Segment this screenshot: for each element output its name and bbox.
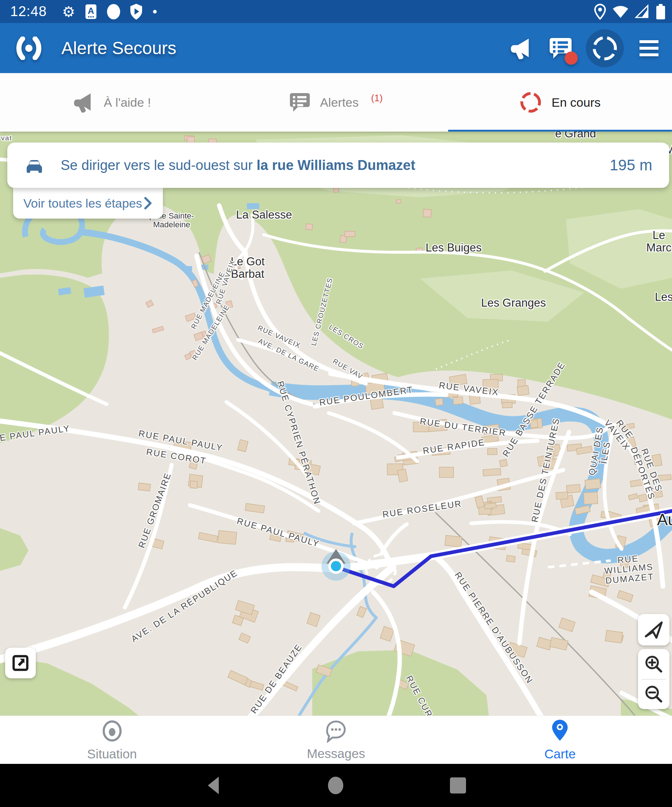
map-label: e Grand	[555, 131, 596, 140]
map-label: RUE POULOMBERT	[318, 385, 414, 407]
megaphone-button[interactable]	[507, 34, 535, 63]
map-label: RUE PAUL PAULY	[236, 516, 321, 549]
clock: 12:48	[10, 4, 47, 19]
map-label: RUE PAUL PAULY	[138, 429, 223, 453]
tab-label: À l'aide !	[104, 95, 151, 110]
battery-status-icon	[655, 3, 666, 20]
bottom-navigation: Situation Messages Carte	[0, 716, 672, 764]
active-tab-indicator	[448, 130, 672, 131]
keyboard-layout-icon: A	[85, 4, 97, 20]
map-label: RUE CUR	[404, 674, 435, 716]
nav-item-messages[interactable]: Messages	[224, 716, 448, 764]
map-label: RUE ROSELEUR	[382, 499, 463, 520]
megaphone-icon	[73, 92, 94, 113]
svg-text:A: A	[88, 6, 94, 16]
map-label-layer: e GrandMvatpelle Sainte- MadeleineLa Sal…	[0, 131, 672, 716]
situation-target-icon	[101, 719, 123, 743]
map-label: RUE VAVEIX	[438, 380, 499, 397]
car-icon	[24, 157, 45, 174]
tab-bar: À l'aide ! Alertes (1) En cours	[0, 73, 672, 131]
zoom-out-icon	[644, 684, 664, 704]
map-label: RUE DES TEINTURES	[530, 417, 561, 523]
navigation-instruction-card[interactable]: Se diriger vers le sud-ouest sur la rue …	[7, 143, 669, 188]
map-label: AVE. DE LA RÉPUBLIQUE	[130, 568, 240, 644]
map-label: RUE BASSE TERRADE	[501, 360, 567, 458]
alert-list-icon	[289, 92, 310, 113]
map-label: RUE RAPIDE	[422, 437, 486, 456]
map-label: Les	[655, 291, 672, 303]
map-label: Le Marc	[646, 229, 672, 254]
app-title: Alerte Secours	[61, 38, 176, 58]
navigation-arrow-icon	[643, 619, 664, 640]
open-external-icon	[10, 653, 31, 673]
cell-signal-icon	[635, 4, 649, 19]
app-screen: 12:48 ⚙ A	[0, 0, 672, 807]
map-label: RUE CYPRIEN PÉRATHON	[275, 380, 322, 506]
chevron-right-icon	[143, 197, 153, 210]
android-home-button[interactable]	[326, 775, 345, 796]
unread-badge	[564, 51, 578, 65]
map-pin-icon	[549, 719, 571, 743]
map-label: RUE COROT	[146, 447, 207, 466]
tab-label: Alertes	[320, 95, 359, 110]
map-label: RUE VAVEIX	[598, 407, 644, 459]
tab-alertes[interactable]: Alertes (1)	[224, 73, 448, 131]
map-label: LES CROS	[328, 324, 365, 351]
map-label: QUAI DES ÎLES	[585, 415, 616, 488]
map-label: RUE DES DÉPORTÉS	[629, 443, 665, 501]
nav-item-carte[interactable]: Carte	[448, 716, 672, 764]
notification-dot-icon	[153, 10, 157, 14]
instruction-text: Se diriger vers le sud-ouest sur la rue …	[61, 158, 609, 173]
status-bar: 12:48 ⚙ A	[0, 0, 672, 23]
map-label: Au	[657, 511, 672, 528]
map-label: RUE VAVEIX	[215, 259, 237, 305]
map-label: RUE DE BEAUZE	[249, 642, 304, 715]
tab-a-laide[interactable]: À l'aide !	[0, 73, 224, 131]
alert-in-progress-button[interactable]	[586, 29, 624, 67]
messages-bubble-icon	[324, 719, 348, 743]
zoom-out-button[interactable]	[638, 679, 669, 709]
tab-label: En cours	[551, 95, 601, 110]
map-label: RUE PAUL PAULY	[0, 423, 71, 445]
settings-notification-icon: ⚙	[62, 4, 75, 19]
shield-play-icon	[129, 3, 143, 20]
all-steps-link[interactable]: Voir toutes les étapes	[13, 188, 163, 219]
map-label: Les Granges	[481, 297, 546, 309]
locate-me-button[interactable]	[638, 614, 669, 646]
android-navigation-bar	[0, 764, 672, 807]
map-label: RUE WILLIAMS DUMAZET	[603, 553, 654, 586]
nav-item-situation[interactable]: Situation	[0, 716, 224, 764]
map-label: La Salesse	[236, 209, 292, 221]
map-label: LES CROUZETTES	[310, 277, 334, 347]
menu-button[interactable]	[635, 34, 663, 63]
progress-ring-icon	[519, 91, 542, 114]
map-label: RUE VAVEIX	[257, 324, 302, 350]
tab-en-cours[interactable]: En cours	[448, 73, 672, 131]
alert-count-badge: (1)	[371, 93, 383, 104]
map-label: AVE. DE LA GARE	[257, 337, 320, 374]
map-label: vat	[1, 134, 12, 142]
map-canvas[interactable]: e GrandMvatpelle Sainte- MadeleineLa Sal…	[0, 131, 672, 716]
distance-remaining: 195 m	[609, 156, 652, 174]
android-back-button[interactable]	[205, 775, 222, 796]
messages-button[interactable]	[546, 34, 575, 63]
map-label: RUE GROMAIRE	[137, 471, 173, 549]
map-label: RUE PIERRE D'AUBUSSON	[453, 570, 535, 685]
location-status-icon	[594, 4, 606, 20]
map-label: RUE VAV	[331, 357, 364, 381]
android-recents-button[interactable]	[449, 775, 467, 796]
map-label: RUE MADELEINE	[190, 271, 227, 330]
app-bar: Alerte Secours	[0, 23, 672, 73]
map-label: RUE DU TERRIER	[419, 416, 507, 438]
zoom-controls	[638, 649, 669, 709]
zoom-in-icon	[644, 654, 664, 674]
alerte-secours-logo-icon	[15, 37, 43, 60]
map-label: Les Buiges	[425, 242, 482, 254]
wifi-status-icon	[612, 4, 629, 19]
zoom-in-button[interactable]	[638, 649, 669, 679]
fullscreen-map-button[interactable]	[5, 648, 36, 678]
map-label: RUE MADELEINE	[191, 303, 231, 362]
record-status-icon	[106, 3, 121, 20]
map-label: Le Got Barbat	[230, 256, 265, 280]
